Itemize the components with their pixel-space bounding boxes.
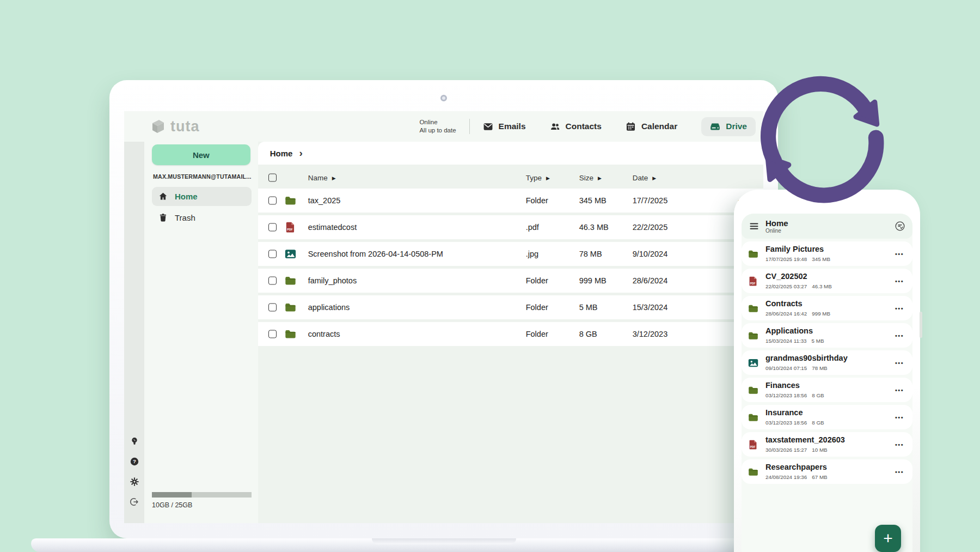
left-rail: ?	[124, 142, 144, 523]
file-date: 9/10/2024	[633, 250, 668, 258]
status-line2: All up to date	[419, 126, 456, 135]
help-icon[interactable]: ?	[130, 457, 139, 466]
file-datetime: 03/12/2023 18:56	[765, 420, 807, 426]
list-item[interactable]: PDF taxstatement_202603 30/03/2026 15:27…	[742, 432, 912, 457]
sort-icon: ▶	[332, 175, 336, 180]
column-size[interactable]: Size ▶	[579, 174, 602, 182]
select-list-icon[interactable]	[895, 221, 905, 232]
column-type[interactable]: Type ▶	[526, 174, 550, 182]
phone-mockup: Home Online PDF	[734, 190, 920, 552]
file-meta: 24/08/2024 19:36 67 MB	[765, 474, 828, 480]
row-checkbox[interactable]	[268, 250, 277, 258]
more-icon[interactable]: •••	[895, 332, 904, 339]
file-type: Folder	[526, 276, 548, 285]
row-checkbox[interactable]	[268, 197, 277, 205]
file-row[interactable]: PDF tax_2025 Folder 345 MB 17/7/2025 •••	[258, 189, 763, 213]
breadcrumb-home[interactable]: Home	[270, 149, 293, 158]
more-icon[interactable]: •••	[895, 305, 904, 312]
file-type-icon: PDF	[285, 195, 296, 207]
file-datetime: 17/07/2025 19:48	[765, 256, 807, 262]
svg-text:PDF: PDF	[750, 445, 756, 448]
more-icon[interactable]: •••	[895, 251, 904, 257]
list-item[interactable]: PDF Contracts 28/06/2024 16:42 999 MB ••…	[742, 296, 912, 320]
list-item[interactable]: PDF Researchpapers 24/08/2024 19:36 67 M…	[742, 459, 912, 484]
chevron-right-icon: ›	[299, 148, 302, 158]
sidebar-item-home[interactable]: Home	[152, 187, 252, 206]
row-checkbox[interactable]	[268, 330, 277, 338]
logout-icon[interactable]	[130, 497, 139, 507]
list-item[interactable]: PDF CV_202502 22/02/2025 03:27 46.3 MB •…	[742, 269, 912, 293]
file-type-icon: PDF	[748, 303, 758, 313]
more-icon[interactable]: •••	[895, 441, 904, 448]
nav-emails[interactable]: Emails	[483, 122, 526, 132]
storage-widget: 10GB / 25GB	[152, 492, 252, 509]
list-item[interactable]: PDF Applications 15/03/2024 11:33 5 MB •…	[742, 323, 912, 348]
file-row[interactable]: PDF contracts Folder 8 GB 3/12/2023 •••	[258, 322, 763, 346]
sidebar-trash-label: Trash	[175, 213, 195, 222]
settings-gear-icon[interactable]	[130, 477, 139, 487]
desktop-app: tuta Online All up to date Emails	[124, 111, 763, 523]
menu-hamburger-icon[interactable]	[749, 221, 759, 232]
row-checkbox[interactable]	[268, 223, 277, 232]
file-size: 10 MB	[812, 447, 827, 453]
nav-contacts[interactable]: Contacts	[550, 122, 602, 132]
file-name: Applications	[765, 326, 813, 335]
list-item[interactable]: PDF Insurance 03/12/2023 18:56 8 GB •••	[742, 405, 912, 429]
sync-status: Online All up to date	[419, 118, 456, 135]
file-row[interactable]: PDF Screenshot from 2026-04-14-0508-PM .…	[258, 242, 763, 266]
file-date: 15/3/2024	[633, 303, 668, 312]
checkbox-icon	[268, 174, 277, 182]
sidebar-item-trash[interactable]: Trash	[152, 208, 252, 227]
file-size: 8 GB	[812, 420, 824, 426]
sort-icon: ▶	[598, 175, 602, 180]
file-row[interactable]: PDF family_photos Folder 999 MB 28/6/202…	[258, 269, 763, 293]
column-date[interactable]: Date ▶	[633, 174, 656, 182]
column-name-label: Name	[308, 174, 328, 182]
list-item[interactable]: PDF grandmas90sbirthday 09/10/2024 07:15…	[742, 350, 912, 375]
file-type-icon: PDF	[285, 248, 296, 260]
file-row[interactable]: PDF applications Folder 5 MB 15/3/2024 •…	[258, 295, 763, 319]
calendar-icon	[626, 122, 636, 132]
file-name: contracts	[308, 330, 340, 338]
row-checkbox[interactable]	[268, 277, 277, 285]
file-type-icon: PDF	[748, 276, 758, 286]
mobile-app: Home Online PDF	[742, 214, 912, 552]
file-meta: 22/02/2025 03:27 46.3 MB	[765, 283, 832, 289]
file-size: 999 MB	[812, 311, 830, 317]
file-type-icon: PDF	[285, 275, 296, 287]
list-item[interactable]: PDF Finances 03/12/2023 18:56 8 GB •••	[742, 378, 912, 402]
checkbox-icon	[268, 277, 277, 285]
file-meta: 15/03/2024 11:33 5 MB	[765, 338, 824, 344]
file-row[interactable]: PDF estimatedcost .pdf 46.3 MB 22/2/2025…	[258, 215, 763, 239]
add-file-fab[interactable]: +	[875, 525, 901, 552]
more-icon[interactable]: •••	[895, 414, 904, 421]
column-name[interactable]: Name ▶	[308, 174, 336, 182]
file-type-icon: PDF	[748, 466, 758, 477]
file-date: 17/7/2025	[633, 196, 668, 205]
more-icon[interactable]: •••	[895, 387, 904, 393]
table-header: Name ▶ Type ▶ Size ▶ Date ▶	[258, 167, 763, 189]
file-name: Finances	[765, 381, 800, 390]
file-size: 46.3 MB	[812, 283, 832, 289]
more-icon[interactable]: •••	[895, 469, 904, 475]
header-divider	[469, 119, 470, 134]
nav-contacts-label: Contacts	[566, 122, 602, 131]
row-checkbox[interactable]	[268, 304, 277, 312]
nav-calendar[interactable]: Calendar	[626, 122, 677, 132]
select-all-checkbox[interactable]	[268, 174, 277, 182]
sort-icon: ▶	[546, 175, 550, 180]
status-line1: Online	[419, 118, 456, 126]
more-icon[interactable]: •••	[895, 360, 904, 366]
checkbox-icon	[268, 250, 277, 258]
file-size: 999 MB	[579, 276, 607, 285]
more-icon[interactable]: •••	[895, 278, 904, 284]
list-item[interactable]: PDF Family Pictures 17/07/2025 19:48 345…	[742, 241, 912, 266]
mobile-title-block: Home Online	[765, 219, 788, 234]
column-type-label: Type	[526, 174, 542, 182]
tips-bulb-icon[interactable]	[130, 436, 139, 446]
file-type-icon: PDF	[285, 329, 296, 340]
file-size: 78 MB	[579, 250, 602, 258]
new-button[interactable]: New	[152, 144, 250, 165]
nav-drive[interactable]: Drive	[701, 117, 756, 136]
file-name: Researchpapers	[765, 463, 827, 471]
